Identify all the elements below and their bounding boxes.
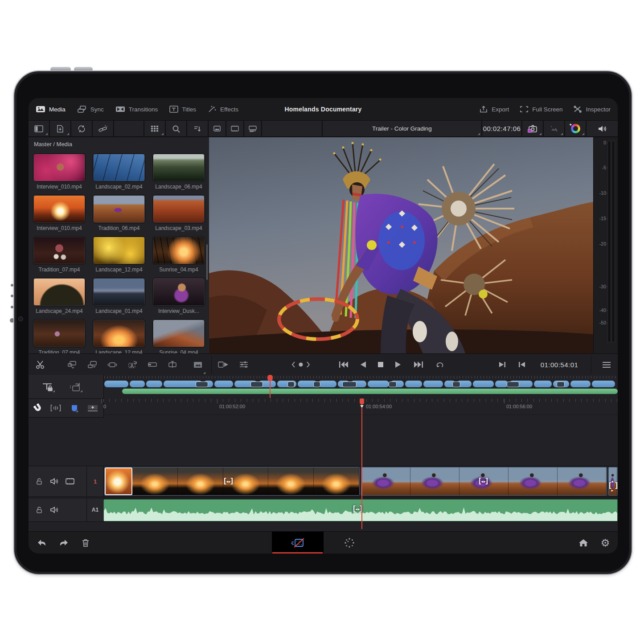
clip-thumbnail[interactable] (152, 278, 205, 306)
trim-handles-icon[interactable] (224, 476, 233, 485)
media-clip[interactable]: Interview_Dusk... (152, 278, 205, 314)
loop-button[interactable] (432, 354, 447, 375)
media-clip[interactable]: Interview_010.mp4 (33, 153, 86, 190)
clip-thumbnail[interactable] (33, 195, 86, 223)
media-clip[interactable]: Sunrise_04.mp4 (152, 319, 205, 356)
speaker-icon[interactable] (50, 506, 58, 513)
go-to-end-button[interactable] (412, 354, 425, 375)
cut-page-button[interactable] (290, 532, 306, 554)
undo-button[interactable] (35, 532, 49, 554)
playhead-head[interactable] (360, 398, 364, 404)
stop-button[interactable] (374, 354, 387, 375)
marker-range-button[interactable] (50, 404, 62, 412)
full-screen-button[interactable]: Full Screen (520, 106, 562, 113)
video-track-number[interactable]: 1 (87, 466, 104, 496)
play-clip-button[interactable] (216, 354, 231, 375)
track-lock-tool-button[interactable] (40, 380, 56, 394)
media-clip[interactable]: Landscape_01.mp4 (93, 278, 145, 314)
speaker-icon[interactable] (50, 478, 58, 485)
search-button[interactable] (166, 121, 186, 136)
view-list-button[interactable] (244, 121, 261, 136)
timeline-menu-button[interactable] (600, 354, 613, 375)
ripple-overwrite-button[interactable] (165, 354, 180, 375)
next-edit-button[interactable] (496, 354, 509, 375)
previous-edit-button[interactable] (515, 354, 529, 375)
append-clip-button[interactable] (145, 354, 160, 375)
view-filmstrip-button[interactable] (226, 121, 243, 136)
timeline-overview[interactable] (103, 375, 618, 399)
view-image-button[interactable] (209, 121, 226, 136)
clip-thumbnail[interactable] (33, 236, 86, 265)
clip-thumbnail[interactable] (33, 319, 86, 348)
media-clip[interactable]: Landscape_02.mp4 (93, 153, 145, 190)
media-clip[interactable]: Interview_010.mp4 (33, 195, 86, 231)
clip-thumbnail[interactable] (93, 319, 145, 348)
media-clip[interactable]: Landscape_03.mp4 (152, 195, 205, 231)
media-clip[interactable]: Landscape_12.mp4 (93, 236, 145, 273)
resync-button[interactable] (71, 121, 92, 136)
media-clip[interactable]: Tradition_07.mp4 (33, 236, 86, 273)
lock-icon[interactable] (36, 506, 43, 513)
clip-thumbnail[interactable] (152, 319, 205, 348)
audio-monitor-button[interactable] (587, 121, 618, 136)
viewer[interactable] (209, 137, 593, 353)
grab-still-button[interactable] (522, 121, 543, 136)
place-on-top-button[interactable] (125, 354, 139, 375)
go-to-start-button[interactable] (337, 354, 350, 375)
trim-handles-icon[interactable] (353, 504, 362, 513)
picture-in-picture-tool-button[interactable] (68, 380, 84, 394)
settings-button[interactable]: ⚙ (598, 532, 612, 554)
breadcrumb[interactable]: Master / Media (34, 137, 72, 151)
flag-button[interactable] (70, 403, 79, 414)
clip-thumbnail[interactable] (33, 278, 86, 306)
selected-frame[interactable] (105, 468, 132, 495)
cut-tool-button[interactable] (33, 354, 48, 375)
resize-mode-button[interactable] (544, 121, 564, 136)
trim-handles-icon[interactable] (609, 476, 618, 494)
play-reverse-button[interactable] (357, 354, 369, 375)
play-button[interactable] (392, 354, 405, 375)
replace-clip-button[interactable] (105, 354, 119, 375)
home-button[interactable] (576, 532, 591, 554)
export-button[interactable]: Export (479, 105, 509, 113)
audio-track-number[interactable]: A1 (87, 498, 104, 521)
jog-control[interactable] (291, 354, 311, 375)
color-adjust-button[interactable]: ✦ (565, 121, 586, 136)
source-overwrite-button[interactable] (189, 354, 207, 375)
clip-thumbnail[interactable] (33, 153, 86, 182)
media-clip[interactable]: Landscape_24.mp4 (33, 278, 86, 314)
relink-button[interactable] (93, 121, 113, 136)
overwrite-clip-button[interactable] (85, 354, 99, 375)
redo-button[interactable] (57, 532, 71, 554)
scrollbar[interactable] (206, 244, 208, 280)
playhead-line[interactable] (361, 399, 362, 529)
media-clip[interactable]: Sunrise_04.mp4 (152, 236, 205, 273)
sort-button[interactable] (187, 121, 208, 136)
video-enable-icon[interactable] (66, 478, 74, 484)
timeline-selector[interactable]: Trailer - Color Grading (323, 121, 481, 136)
overview-playhead-pin[interactable] (267, 375, 273, 381)
clip-thumbnail[interactable] (93, 153, 145, 182)
media-clip[interactable]: Tradition_06.mp4 (93, 195, 145, 231)
lock-icon[interactable] (36, 478, 43, 485)
inspector-button[interactable]: Inspector (573, 106, 611, 113)
clip-thumbnail[interactable] (152, 153, 205, 182)
insert-clip-button[interactable] (65, 354, 79, 375)
color-page-button[interactable] (341, 532, 357, 554)
media-clip[interactable]: Landscape_06.mp4 (152, 153, 205, 190)
clip-thumbnail[interactable] (93, 236, 145, 265)
clip-thumbnail[interactable] (152, 236, 205, 265)
import-media-button[interactable] (50, 121, 70, 136)
clip-settings-button[interactable] (236, 354, 251, 375)
grid-view-button[interactable] (144, 121, 165, 136)
media-clip[interactable]: Landscape_12.mp4 (93, 319, 145, 356)
clip-thumbnail[interactable] (152, 195, 205, 223)
trim-handles-icon[interactable] (479, 476, 488, 485)
media-clip[interactable]: Tradition_07.mp4 (33, 319, 86, 356)
snapping-button[interactable] (31, 402, 43, 414)
add-track-button[interactable] (87, 404, 98, 412)
clip-thumbnail[interactable] (93, 278, 145, 306)
delete-button[interactable] (78, 532, 93, 554)
panel-toggle-button[interactable] (29, 121, 49, 136)
clip-thumbnail[interactable] (93, 195, 145, 223)
